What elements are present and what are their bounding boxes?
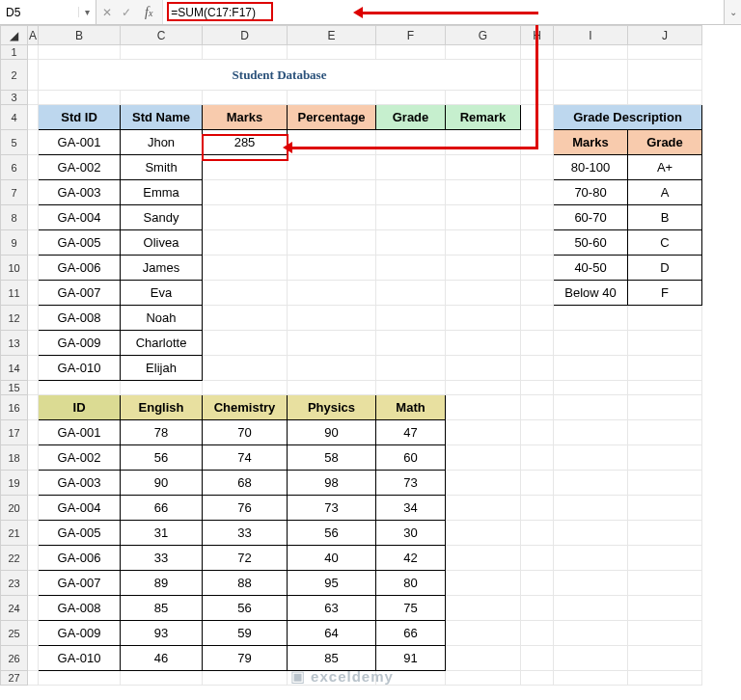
row-12[interactable]: 12 xyxy=(1,306,28,331)
score-ch-6[interactable]: 88 xyxy=(203,571,288,596)
stu-id-6[interactable]: GA-007 xyxy=(39,281,121,306)
col-C[interactable]: C xyxy=(121,26,203,45)
stu-name-7[interactable]: Noah xyxy=(121,306,203,331)
stu-id-0[interactable]: GA-001 xyxy=(39,130,121,155)
col-G[interactable]: G xyxy=(446,26,521,45)
row-9[interactable]: 9 xyxy=(1,230,28,256)
score-ch-5[interactable]: 72 xyxy=(203,546,288,571)
stu-marks-8[interactable] xyxy=(203,331,288,356)
stu-name-5[interactable]: James xyxy=(121,256,203,281)
row-6[interactable]: 6 xyxy=(1,155,28,180)
row-15[interactable]: 15 xyxy=(1,381,28,395)
score-ma-8[interactable]: 66 xyxy=(376,621,446,646)
score-ma-4[interactable]: 30 xyxy=(376,521,446,546)
col-B[interactable]: B xyxy=(39,26,121,45)
score-en-5[interactable]: 33 xyxy=(121,546,203,571)
score-ch-1[interactable]: 74 xyxy=(203,445,288,471)
score-ma-9[interactable]: 91 xyxy=(376,646,446,671)
score-en-0[interactable]: 78 xyxy=(121,420,203,445)
accept-icon[interactable]: ✓ xyxy=(122,6,131,19)
stu-marks-2[interactable] xyxy=(203,180,288,205)
row-10[interactable]: 10 xyxy=(1,256,28,281)
score-ma-1[interactable]: 60 xyxy=(376,445,446,471)
score-ch-3[interactable]: 76 xyxy=(203,496,288,521)
stu-id-8[interactable]: GA-009 xyxy=(39,331,121,356)
stu-marks-3[interactable] xyxy=(203,205,288,230)
score-ph-2[interactable]: 98 xyxy=(288,471,376,496)
row-14[interactable]: 14 xyxy=(1,356,28,381)
col-A[interactable]: A xyxy=(28,26,39,45)
score-en-9[interactable]: 46 xyxy=(121,646,203,671)
stu-id-3[interactable]: GA-004 xyxy=(39,205,121,230)
score-en-4[interactable]: 31 xyxy=(121,521,203,546)
score-id-7[interactable]: GA-008 xyxy=(39,596,121,621)
score-ma-2[interactable]: 73 xyxy=(376,471,446,496)
score-ph-0[interactable]: 90 xyxy=(288,420,376,445)
row-13[interactable]: 13 xyxy=(1,331,28,356)
name-box[interactable]: D5 ▾ xyxy=(0,0,96,24)
score-ph-7[interactable]: 63 xyxy=(288,596,376,621)
score-ph-6[interactable]: 95 xyxy=(288,571,376,596)
col-F[interactable]: F xyxy=(376,26,446,45)
score-ph-4[interactable]: 56 xyxy=(288,521,376,546)
stu-name-9[interactable]: Elijah xyxy=(121,356,203,381)
score-ph-9[interactable]: 85 xyxy=(288,646,376,671)
score-ma-3[interactable]: 34 xyxy=(376,496,446,521)
score-ph-1[interactable]: 58 xyxy=(288,445,376,471)
score-en-8[interactable]: 93 xyxy=(121,621,203,646)
fx-icon[interactable]: fx xyxy=(141,5,156,20)
row-8[interactable]: 8 xyxy=(1,205,28,230)
stu-id-9[interactable]: GA-010 xyxy=(39,356,121,381)
stu-id-5[interactable]: GA-006 xyxy=(39,256,121,281)
score-en-7[interactable]: 85 xyxy=(121,596,203,621)
select-all-corner[interactable]: ◢ xyxy=(1,26,28,45)
stu-name-4[interactable]: Olivea xyxy=(121,230,203,256)
score-en-3[interactable]: 66 xyxy=(121,496,203,521)
grid[interactable]: ◢ A B C D E F G H I J 1 2 Student Databa… xyxy=(0,25,741,686)
stu-marks-7[interactable] xyxy=(203,306,288,331)
score-ph-8[interactable]: 64 xyxy=(288,621,376,646)
score-id-9[interactable]: GA-010 xyxy=(39,646,121,671)
row-16[interactable]: 16 xyxy=(1,395,28,420)
row-19[interactable]: 19 xyxy=(1,471,28,496)
formula-input[interactable]: =SUM(C17:F17) xyxy=(162,0,724,24)
cancel-icon[interactable]: ✕ xyxy=(102,6,112,19)
row-20[interactable]: 20 xyxy=(1,496,28,521)
score-id-0[interactable]: GA-001 xyxy=(39,420,121,445)
stu-name-1[interactable]: Smith xyxy=(121,155,203,180)
col-E[interactable]: E xyxy=(288,26,376,45)
score-en-1[interactable]: 56 xyxy=(121,445,203,471)
score-id-5[interactable]: GA-006 xyxy=(39,546,121,571)
stu-id-1[interactable]: GA-002 xyxy=(39,155,121,180)
col-H[interactable]: H xyxy=(521,26,554,45)
row-4[interactable]: 4 xyxy=(1,105,28,130)
row-2[interactable]: 2 xyxy=(1,60,28,91)
score-id-6[interactable]: GA-007 xyxy=(39,571,121,596)
score-ch-8[interactable]: 59 xyxy=(203,621,288,646)
score-en-2[interactable]: 90 xyxy=(121,471,203,496)
stu-marks-5[interactable] xyxy=(203,256,288,281)
stu-marks-9[interactable] xyxy=(203,356,288,381)
row-3[interactable]: 3 xyxy=(1,91,28,105)
score-id-3[interactable]: GA-004 xyxy=(39,496,121,521)
row-22[interactable]: 22 xyxy=(1,546,28,571)
row-24[interactable]: 24 xyxy=(1,596,28,621)
name-box-dropdown-icon[interactable]: ▾ xyxy=(78,7,96,17)
row-7[interactable]: 7 xyxy=(1,180,28,205)
row-1[interactable]: 1 xyxy=(1,45,28,60)
col-D[interactable]: D xyxy=(203,26,288,45)
score-ch-0[interactable]: 70 xyxy=(203,420,288,445)
row-27[interactable]: 27 xyxy=(1,671,28,686)
formula-expand-icon[interactable]: ⌄ xyxy=(724,0,741,24)
stu-id-4[interactable]: GA-005 xyxy=(39,230,121,256)
col-J[interactable]: J xyxy=(628,26,702,45)
row-25[interactable]: 25 xyxy=(1,621,28,646)
row-11[interactable]: 11 xyxy=(1,281,28,306)
stu-name-0[interactable]: Jhon xyxy=(121,130,203,155)
score-id-1[interactable]: GA-002 xyxy=(39,445,121,471)
score-ch-4[interactable]: 33 xyxy=(203,521,288,546)
row-23[interactable]: 23 xyxy=(1,571,28,596)
row-17[interactable]: 17 xyxy=(1,420,28,445)
score-id-4[interactable]: GA-005 xyxy=(39,521,121,546)
stu-id-7[interactable]: GA-008 xyxy=(39,306,121,331)
